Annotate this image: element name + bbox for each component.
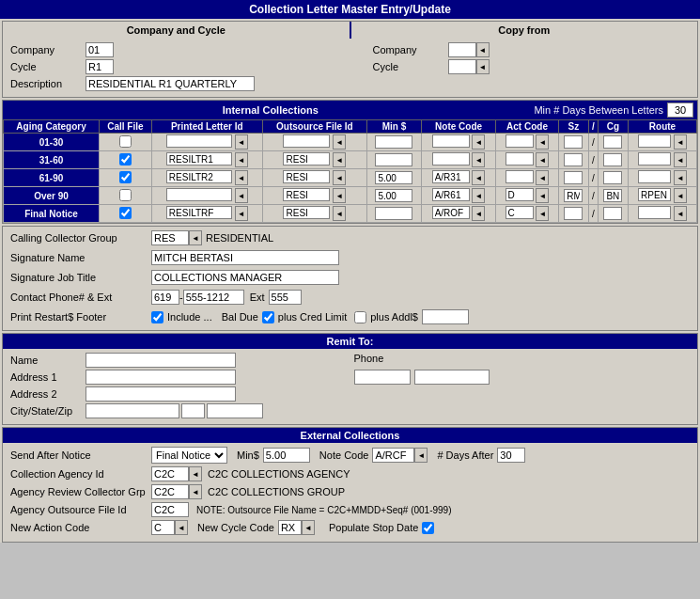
- note-code-final: ◄: [421, 205, 495, 223]
- sz-3160: [558, 151, 588, 169]
- company-input[interactable]: [86, 42, 114, 57]
- note-code-arrow-3160[interactable]: ◄: [472, 152, 485, 167]
- note-code-over90: ◄: [421, 187, 495, 205]
- route-6190: ◄: [628, 169, 696, 187]
- route-arrow-0130[interactable]: ◄: [674, 134, 687, 150]
- call-file-over90[interactable]: [100, 187, 152, 205]
- ext-min-dollar-input[interactable]: [263, 448, 310, 463]
- remit-state-input[interactable]: [181, 403, 205, 418]
- remit-address2-input[interactable]: [86, 386, 236, 402]
- signature-name-input[interactable]: [151, 250, 339, 265]
- new-action-code-row: New Action Code ◄ New Cycle Code ◄ Popul…: [10, 520, 690, 535]
- min-days-input[interactable]: [667, 102, 693, 118]
- new-action-code-label: New Action Code: [10, 522, 151, 533]
- note-code-arrow-6190[interactable]: ◄: [472, 170, 485, 185]
- call-file-6190[interactable]: [100, 169, 152, 187]
- new-action-code-arrow[interactable]: ◄: [175, 520, 188, 535]
- remit-left: Name Address 1 Address 2 City/State/Zip: [10, 353, 347, 420]
- outsource-file-arrow-0130[interactable]: ◄: [333, 134, 346, 150]
- route-arrow-6190[interactable]: ◄: [674, 170, 687, 185]
- new-cycle-code-arrow[interactable]: ◄: [302, 520, 315, 535]
- remit-phone-area-input[interactable]: [354, 370, 411, 385]
- outsource-file-arrow-over90[interactable]: ◄: [333, 188, 346, 203]
- remit-address1-input[interactable]: [86, 370, 236, 385]
- ext-note-code-arrow[interactable]: ◄: [414, 448, 428, 463]
- copy-company-arrow[interactable]: ◄: [476, 42, 490, 57]
- min-dollar-0130: [367, 134, 422, 151]
- ext-input[interactable]: [269, 290, 302, 305]
- phone-area-input[interactable]: [151, 290, 179, 305]
- act-code-arrow-0130[interactable]: ◄: [536, 134, 549, 150]
- route-over90: ◄: [628, 187, 696, 205]
- call-file-final[interactable]: [100, 205, 152, 223]
- table-row: Over 90 ◄ ◄ ◄: [4, 187, 697, 205]
- note-code-arrow-final[interactable]: ◄: [472, 206, 485, 221]
- min-days-label: Min # Days Between Letters: [534, 104, 663, 116]
- printed-letter-arrow-over90[interactable]: ◄: [235, 188, 248, 203]
- call-file-3160[interactable]: [100, 151, 152, 169]
- route-arrow-final[interactable]: ◄: [674, 206, 687, 221]
- contact-phone-label: Contact Phone# & Ext: [10, 292, 151, 303]
- printed-letter-arrow-6190[interactable]: ◄: [235, 170, 248, 185]
- collection-agency-input[interactable]: [151, 466, 189, 481]
- description-input[interactable]: [86, 76, 255, 91]
- remit-city-input[interactable]: [86, 403, 179, 418]
- act-code-arrow-final[interactable]: ◄: [536, 206, 549, 221]
- act-code-arrow-3160[interactable]: ◄: [536, 152, 549, 167]
- new-cycle-code-input[interactable]: [278, 520, 302, 535]
- call-file-0130[interactable]: [100, 134, 152, 151]
- outsource-file-arrow-6190[interactable]: ◄: [333, 170, 346, 185]
- remit-zip-input[interactable]: [207, 403, 263, 418]
- bal-due-checkbox[interactable]: [262, 311, 274, 323]
- print-restart-checkbox[interactable]: [151, 311, 163, 323]
- copy-cycle-input[interactable]: [448, 59, 476, 74]
- act-code-arrow-6190[interactable]: ◄: [536, 170, 549, 185]
- printed-letter-3160: ◄: [151, 151, 262, 169]
- outsource-file-arrow-final[interactable]: ◄: [333, 206, 346, 221]
- remit-name-input[interactable]: [86, 353, 236, 368]
- col-outsource-file: Outsource File Id: [262, 120, 366, 134]
- collection-agency-arrow[interactable]: ◄: [189, 466, 202, 481]
- agency-review-arrow[interactable]: ◄: [189, 484, 202, 499]
- plus-cred-limit-checkbox[interactable]: [354, 311, 366, 323]
- description-label: Description: [10, 78, 86, 89]
- agency-outsource-input[interactable]: [151, 502, 189, 517]
- outsource-file-arrow-3160[interactable]: ◄: [333, 152, 346, 167]
- new-action-code-input[interactable]: [151, 520, 175, 535]
- remit-phone-number-input[interactable]: [414, 370, 490, 385]
- calling-collector-arrow[interactable]: ◄: [189, 230, 202, 245]
- agency-outsource-note: NOTE: Outsource File Name = C2C+MMDD+Seq…: [196, 505, 452, 515]
- plus-addl-input[interactable]: [422, 309, 469, 324]
- note-code-arrow-over90[interactable]: ◄: [472, 188, 485, 203]
- ext-note-code-input[interactable]: [372, 448, 414, 463]
- route-0130: ◄: [628, 134, 696, 151]
- copy-cycle-arrow[interactable]: ◄: [476, 59, 490, 74]
- phone-number-input[interactable]: [183, 290, 244, 305]
- agency-review-input[interactable]: [151, 484, 189, 499]
- copy-company-input[interactable]: [448, 42, 476, 57]
- details-section: Calling Collector Group ◄ RESIDENTIAL Si…: [2, 226, 698, 331]
- populate-stop-date-checkbox[interactable]: [422, 522, 434, 534]
- populate-stop-date-label: Populate Stop Date: [329, 522, 418, 533]
- route-arrow-3160[interactable]: ◄: [674, 152, 687, 167]
- col-call-file: Call File: [100, 120, 152, 134]
- signature-job-input[interactable]: [151, 270, 339, 285]
- printed-letter-arrow-0130[interactable]: ◄: [235, 134, 248, 150]
- calling-collector-input[interactable]: [151, 230, 189, 245]
- plus-cred-limit-label: plus Cred Limit: [278, 311, 347, 323]
- min-days-section: Min # Days Between Letters: [534, 102, 693, 118]
- route-final: ◄: [628, 205, 696, 223]
- cycle-label: Cycle: [10, 61, 86, 72]
- col-cg: Cg: [598, 120, 628, 134]
- printed-letter-arrow-3160[interactable]: ◄: [235, 152, 248, 167]
- printed-letter-arrow-final[interactable]: ◄: [235, 206, 248, 221]
- act-code-arrow-over90[interactable]: ◄: [536, 188, 549, 203]
- cycle-input[interactable]: [86, 59, 114, 74]
- remit-right: Phone: [354, 353, 691, 420]
- aging-cat-final: Final Notice: [4, 205, 100, 223]
- route-arrow-over90[interactable]: ◄: [674, 188, 687, 203]
- days-after-input[interactable]: [497, 448, 525, 463]
- note-code-arrow-0130[interactable]: ◄: [472, 134, 485, 150]
- company-left-panel: Company Cycle Description: [10, 42, 328, 93]
- send-after-notice-select[interactable]: Final Notice: [151, 447, 227, 464]
